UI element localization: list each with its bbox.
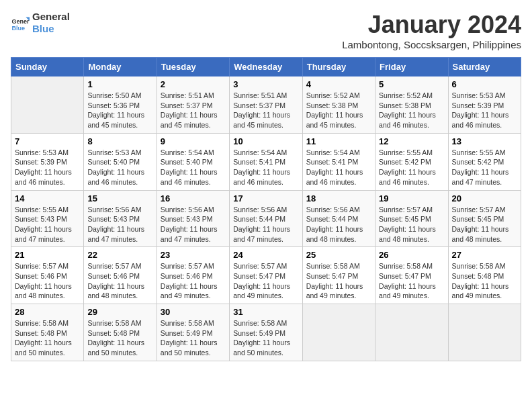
svg-text:Blue: Blue (11, 25, 25, 32)
day-info: Sunrise: 5:50 AMSunset: 5:36 PMDaylight:… (87, 91, 152, 130)
header-monday: Monday (84, 58, 157, 77)
calendar-week-row: 14 Sunrise: 5:55 AMSunset: 5:43 PMDaylig… (11, 190, 521, 247)
calendar-cell: 19 Sunrise: 5:57 AMSunset: 5:45 PMDaylig… (375, 190, 448, 247)
calendar-cell: 14 Sunrise: 5:55 AMSunset: 5:43 PMDaylig… (11, 190, 84, 247)
calendar-cell: 20 Sunrise: 5:57 AMSunset: 5:45 PMDaylig… (448, 190, 521, 247)
day-number: 13 (452, 136, 517, 146)
day-info: Sunrise: 5:58 AMSunset: 5:48 PMDaylight:… (15, 318, 80, 358)
title-area: January 2024 Lambontong, Soccsksargen, P… (342, 11, 521, 50)
calendar-cell: 30 Sunrise: 5:58 AMSunset: 5:49 PMDaylig… (157, 304, 229, 361)
logo: General Blue General Blue (11, 11, 70, 35)
day-number: 1 (87, 79, 152, 89)
day-info: Sunrise: 5:56 AMSunset: 5:43 PMDaylight:… (87, 205, 152, 244)
calendar-cell: 11 Sunrise: 5:54 AMSunset: 5:41 PMDaylig… (302, 133, 375, 190)
calendar-cell: 16 Sunrise: 5:56 AMSunset: 5:43 PMDaylig… (157, 190, 229, 247)
calendar-cell: 21 Sunrise: 5:57 AMSunset: 5:46 PMDaylig… (11, 247, 84, 304)
calendar-cell (302, 304, 375, 361)
day-number: 27 (452, 250, 517, 260)
day-number: 6 (452, 79, 517, 89)
calendar-cell: 23 Sunrise: 5:57 AMSunset: 5:46 PMDaylig… (157, 247, 229, 304)
day-info: Sunrise: 5:51 AMSunset: 5:37 PMDaylight:… (161, 91, 226, 130)
calendar-cell: 6 Sunrise: 5:53 AMSunset: 5:39 PMDayligh… (448, 77, 521, 134)
day-info: Sunrise: 5:52 AMSunset: 5:38 PMDaylight:… (379, 91, 444, 130)
header: General Blue General Blue January 2024 L… (11, 11, 521, 50)
calendar-cell: 22 Sunrise: 5:57 AMSunset: 5:46 PMDaylig… (84, 247, 157, 304)
location-subtitle: Lambontong, Soccsksargen, Philippines (342, 39, 521, 50)
day-info: Sunrise: 5:53 AMSunset: 5:40 PMDaylight:… (87, 148, 152, 187)
day-info: Sunrise: 5:57 AMSunset: 5:45 PMDaylight:… (452, 205, 517, 244)
day-info: Sunrise: 5:58 AMSunset: 5:47 PMDaylight:… (306, 261, 371, 301)
calendar-cell: 10 Sunrise: 5:54 AMSunset: 5:41 PMDaylig… (230, 133, 302, 190)
header-tuesday: Tuesday (157, 58, 229, 77)
day-number: 24 (233, 250, 298, 260)
calendar-cell: 9 Sunrise: 5:54 AMSunset: 5:40 PMDayligh… (157, 133, 229, 190)
calendar-cell: 27 Sunrise: 5:58 AMSunset: 5:48 PMDaylig… (448, 247, 521, 304)
calendar-cell (448, 304, 521, 361)
calendar-cell: 7 Sunrise: 5:53 AMSunset: 5:39 PMDayligh… (11, 133, 84, 190)
day-number: 14 (15, 193, 80, 203)
calendar-cell: 5 Sunrise: 5:52 AMSunset: 5:38 PMDayligh… (375, 77, 448, 134)
header-wednesday: Wednesday (230, 58, 302, 77)
day-number: 19 (379, 193, 444, 203)
day-info: Sunrise: 5:52 AMSunset: 5:38 PMDaylight:… (306, 91, 371, 130)
day-info: Sunrise: 5:56 AMSunset: 5:44 PMDaylight:… (306, 205, 371, 244)
day-number: 29 (87, 307, 152, 317)
day-number: 18 (306, 193, 371, 203)
calendar-cell: 29 Sunrise: 5:58 AMSunset: 5:48 PMDaylig… (84, 304, 157, 361)
calendar-week-row: 21 Sunrise: 5:57 AMSunset: 5:46 PMDaylig… (11, 247, 521, 304)
calendar-cell: 17 Sunrise: 5:56 AMSunset: 5:44 PMDaylig… (230, 190, 302, 247)
day-number: 23 (161, 250, 226, 260)
calendar-cell: 12 Sunrise: 5:55 AMSunset: 5:42 PMDaylig… (375, 133, 448, 190)
day-number: 2 (161, 79, 226, 89)
calendar-table: SundayMondayTuesdayWednesdayThursdayFrid… (11, 57, 521, 361)
day-info: Sunrise: 5:58 AMSunset: 5:48 PMDaylight:… (87, 318, 152, 358)
day-number: 8 (87, 136, 152, 146)
day-info: Sunrise: 5:57 AMSunset: 5:47 PMDaylight:… (233, 261, 298, 301)
logo-icon: General Blue (11, 13, 30, 32)
day-number: 26 (379, 250, 444, 260)
day-number: 4 (306, 79, 371, 89)
day-info: Sunrise: 5:51 AMSunset: 5:37 PMDaylight:… (233, 91, 298, 130)
day-info: Sunrise: 5:58 AMSunset: 5:49 PMDaylight:… (233, 318, 298, 358)
day-info: Sunrise: 5:57 AMSunset: 5:45 PMDaylight:… (379, 205, 444, 244)
calendar-cell: 2 Sunrise: 5:51 AMSunset: 5:37 PMDayligh… (157, 77, 229, 134)
day-info: Sunrise: 5:55 AMSunset: 5:42 PMDaylight:… (452, 148, 517, 187)
calendar-week-row: 28 Sunrise: 5:58 AMSunset: 5:48 PMDaylig… (11, 304, 521, 361)
calendar-cell: 31 Sunrise: 5:58 AMSunset: 5:49 PMDaylig… (230, 304, 302, 361)
calendar-cell: 3 Sunrise: 5:51 AMSunset: 5:37 PMDayligh… (230, 77, 302, 134)
day-number: 10 (233, 136, 298, 146)
calendar-week-row: 1 Sunrise: 5:50 AMSunset: 5:36 PMDayligh… (11, 77, 521, 134)
calendar-cell: 1 Sunrise: 5:50 AMSunset: 5:36 PMDayligh… (84, 77, 157, 134)
day-info: Sunrise: 5:54 AMSunset: 5:40 PMDaylight:… (161, 148, 226, 187)
day-info: Sunrise: 5:57 AMSunset: 5:46 PMDaylight:… (87, 261, 152, 301)
day-number: 25 (306, 250, 371, 260)
day-number: 22 (87, 250, 152, 260)
day-number: 30 (161, 307, 226, 317)
day-info: Sunrise: 5:57 AMSunset: 5:46 PMDaylight:… (161, 261, 226, 301)
day-info: Sunrise: 5:55 AMSunset: 5:42 PMDaylight:… (379, 148, 444, 187)
logo-general: General (32, 11, 70, 23)
day-info: Sunrise: 5:53 AMSunset: 5:39 PMDaylight:… (15, 148, 80, 187)
calendar-cell: 4 Sunrise: 5:52 AMSunset: 5:38 PMDayligh… (302, 77, 375, 134)
calendar-cell: 25 Sunrise: 5:58 AMSunset: 5:47 PMDaylig… (302, 247, 375, 304)
day-number: 20 (452, 193, 517, 203)
calendar-week-row: 7 Sunrise: 5:53 AMSunset: 5:39 PMDayligh… (11, 133, 521, 190)
day-number: 9 (161, 136, 226, 146)
month-title: January 2024 (342, 11, 521, 39)
day-info: Sunrise: 5:56 AMSunset: 5:44 PMDaylight:… (233, 205, 298, 244)
calendar-cell: 18 Sunrise: 5:56 AMSunset: 5:44 PMDaylig… (302, 190, 375, 247)
header-saturday: Saturday (448, 58, 521, 77)
day-number: 15 (87, 193, 152, 203)
calendar-cell: 8 Sunrise: 5:53 AMSunset: 5:40 PMDayligh… (84, 133, 157, 190)
day-info: Sunrise: 5:55 AMSunset: 5:43 PMDaylight:… (15, 205, 80, 244)
day-number: 11 (306, 136, 371, 146)
day-info: Sunrise: 5:57 AMSunset: 5:46 PMDaylight:… (15, 261, 80, 301)
day-info: Sunrise: 5:58 AMSunset: 5:47 PMDaylight:… (379, 261, 444, 301)
day-info: Sunrise: 5:58 AMSunset: 5:49 PMDaylight:… (161, 318, 226, 358)
calendar-cell (11, 77, 84, 134)
header-friday: Friday (375, 58, 448, 77)
day-info: Sunrise: 5:58 AMSunset: 5:48 PMDaylight:… (452, 261, 517, 301)
calendar-cell: 13 Sunrise: 5:55 AMSunset: 5:42 PMDaylig… (448, 133, 521, 190)
day-number: 12 (379, 136, 444, 146)
day-info: Sunrise: 5:54 AMSunset: 5:41 PMDaylight:… (306, 148, 371, 187)
